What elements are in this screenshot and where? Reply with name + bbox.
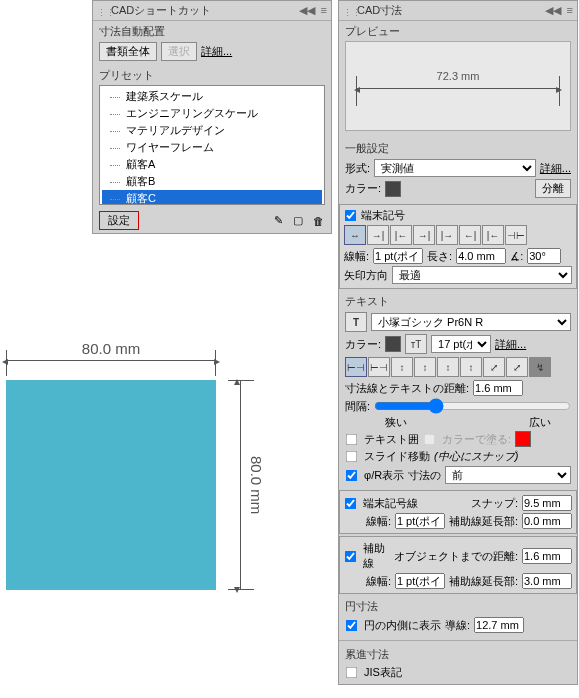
cad-shortcuts-panel: CADショートカット ◀◀ ≡ 寸法自動配置 書類全体 選択 詳細... プリセ… bbox=[92, 0, 332, 234]
snap-input[interactable] bbox=[522, 495, 572, 511]
details-link[interactable]: 詳細... bbox=[201, 44, 232, 59]
menu-icon[interactable]: ≡ bbox=[567, 4, 573, 17]
len-label: 長さ: bbox=[427, 249, 452, 264]
font-select[interactable]: 小塚ゴシック Pr6N R bbox=[371, 313, 571, 331]
grip-icon bbox=[343, 6, 353, 16]
term-style-1[interactable]: →| bbox=[367, 225, 389, 245]
snap-label: スナップ: bbox=[471, 496, 518, 511]
term-style-5[interactable]: ←| bbox=[459, 225, 481, 245]
preset-item[interactable]: マテリアルデザイン bbox=[102, 122, 322, 139]
objdist-label: オブジェクトまでの距離: bbox=[394, 549, 518, 564]
aux-title: 補助線 bbox=[363, 541, 386, 571]
term-style-2[interactable]: |← bbox=[390, 225, 412, 245]
gap-label: 間隔: bbox=[345, 399, 370, 414]
slide-check[interactable] bbox=[346, 451, 358, 463]
objdist-input[interactable] bbox=[522, 548, 572, 564]
leader-label: 導線: bbox=[445, 618, 470, 633]
general-title: 一般設定 bbox=[345, 141, 571, 156]
term-style-6[interactable]: |← bbox=[482, 225, 504, 245]
color-swatch[interactable] bbox=[385, 181, 401, 197]
textpos-3[interactable]: ↕ bbox=[414, 357, 436, 377]
auto-layout-title: 寸法自動配置 bbox=[99, 24, 325, 39]
slide-label: スライド移動 bbox=[364, 449, 430, 464]
term-style-4[interactable]: |→ bbox=[436, 225, 458, 245]
panel-header[interactable]: CADショートカット ◀◀ ≡ bbox=[93, 1, 331, 21]
fill-swatch[interactable] bbox=[515, 431, 531, 447]
jis-check[interactable] bbox=[346, 667, 358, 679]
termline-ext-label: 補助線延長部: bbox=[449, 514, 518, 529]
edit-icon[interactable]: ✎ bbox=[271, 214, 285, 228]
terminator-title: 端末記号 bbox=[361, 208, 405, 223]
preset-item[interactable]: エンジニアリングスケール bbox=[102, 105, 322, 122]
textpos-1[interactable]: ⊢⊣ bbox=[368, 357, 390, 377]
preset-item-selected[interactable]: 顧客C bbox=[102, 190, 322, 205]
aux-ext-label: 補助線延長部: bbox=[449, 574, 518, 589]
textpos-6[interactable]: ⤢ bbox=[483, 357, 505, 377]
general-details-link[interactable]: 詳細... bbox=[540, 161, 571, 176]
text-position-row: ⊢⊣ ⊢⊣ ↕ ↕ ↕ ↕ ⤢ ⤢ ↯ bbox=[345, 357, 571, 377]
wide-label: 広い bbox=[529, 415, 551, 430]
textbox-check[interactable] bbox=[346, 433, 358, 445]
termline-ext-input[interactable] bbox=[522, 513, 572, 529]
panel-header[interactable]: CAD寸法 ◀◀ ≡ bbox=[339, 1, 577, 21]
h-dim-label: 80.0 mm bbox=[6, 340, 216, 357]
circle-inner-label: 円の内側に表示 bbox=[364, 618, 441, 633]
lw-label: 線幅: bbox=[344, 249, 369, 264]
cad-dimensions-panel: CAD寸法 ◀◀ ≡ プレビュー ◂▸ 72.3 mm 一般設定 形式: 実測値… bbox=[338, 0, 578, 685]
preset-list[interactable]: 建築系スケール エンジニアリングスケール マテリアルデザイン ワイヤーフレーム … bbox=[99, 85, 325, 205]
preset-item[interactable]: 顧客A bbox=[102, 156, 322, 173]
separate-button[interactable]: 分離 bbox=[535, 179, 571, 198]
aux-lw-input[interactable] bbox=[395, 573, 445, 589]
textpos-2[interactable]: ↕ bbox=[391, 357, 413, 377]
preset-item[interactable]: ワイヤーフレーム bbox=[102, 139, 322, 156]
preset-title: プリセット bbox=[99, 68, 325, 83]
term-style-3[interactable]: →| bbox=[413, 225, 435, 245]
preset-item[interactable]: 顧客B bbox=[102, 173, 322, 190]
text-size-select[interactable]: 17 pt(ポイン bbox=[431, 335, 491, 353]
textpos-0[interactable]: ⊢⊣ bbox=[345, 357, 367, 377]
doc-all-button[interactable]: 書類全体 bbox=[99, 42, 157, 61]
text-size-icon[interactable]: тT bbox=[405, 334, 427, 354]
textpos-4[interactable]: ↕ bbox=[437, 357, 459, 377]
color-label: カラー: bbox=[345, 181, 381, 196]
textpos-8[interactable]: ↯ bbox=[529, 357, 551, 377]
phiR-check[interactable] bbox=[346, 469, 358, 481]
square-shape bbox=[6, 380, 216, 590]
arrow-dir-select[interactable]: 最適 bbox=[392, 266, 572, 284]
arrow-dir-label: 矢印方向 bbox=[344, 268, 388, 283]
collapse-icon[interactable]: ◀◀ bbox=[299, 4, 315, 17]
text-color-swatch[interactable] bbox=[385, 336, 401, 352]
narrow-label: 狭い bbox=[385, 415, 407, 430]
phiR-select[interactable]: 前 bbox=[445, 466, 571, 484]
textpos-7[interactable]: ⤢ bbox=[506, 357, 528, 377]
circle-inner-check[interactable] bbox=[346, 619, 358, 631]
collapse-icon[interactable]: ◀◀ bbox=[545, 4, 561, 17]
new-icon[interactable]: ▢ bbox=[291, 214, 305, 228]
textpos-5[interactable]: ↕ bbox=[460, 357, 482, 377]
ang-input[interactable] bbox=[527, 248, 561, 264]
phiR-title: φ/R表示 bbox=[364, 468, 404, 483]
format-label: 形式: bbox=[345, 161, 370, 176]
menu-icon[interactable]: ≡ bbox=[321, 4, 327, 17]
termline-check[interactable] bbox=[345, 497, 357, 509]
len-input[interactable] bbox=[456, 248, 506, 264]
text-color-label: カラー: bbox=[345, 337, 381, 352]
fill-label: カラーで塗る: bbox=[442, 432, 511, 447]
aux-check[interactable] bbox=[345, 550, 357, 562]
preset-item[interactable]: 建築系スケール bbox=[102, 88, 322, 105]
settings-button[interactable]: 設定 bbox=[99, 211, 139, 230]
aux-ext-input[interactable] bbox=[522, 573, 572, 589]
text-details-link[interactable]: 詳細... bbox=[495, 337, 526, 352]
dist-input[interactable] bbox=[473, 380, 523, 396]
term-style-arrow[interactable]: ↔ bbox=[344, 225, 366, 245]
panel-title: CAD寸法 bbox=[357, 3, 545, 18]
format-select[interactable]: 実測値 bbox=[374, 159, 536, 177]
terminator-check[interactable] bbox=[345, 210, 357, 222]
slide-note: (中心にスナップ) bbox=[434, 449, 518, 464]
gap-slider[interactable] bbox=[374, 398, 571, 414]
leader-input[interactable] bbox=[474, 617, 524, 633]
lw-input[interactable] bbox=[373, 248, 423, 264]
delete-icon[interactable]: 🗑 bbox=[311, 214, 325, 228]
termline-lw-input[interactable] bbox=[395, 513, 445, 529]
term-style-7[interactable]: ⊣⊢ bbox=[505, 225, 527, 245]
